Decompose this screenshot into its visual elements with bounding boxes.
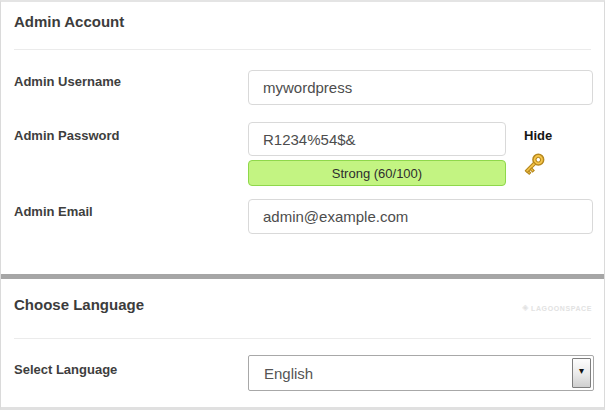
admin-password-label: Admin Password xyxy=(14,128,119,143)
section-title-choose-language: Choose Language xyxy=(14,296,144,313)
section-title-admin-account: Admin Account xyxy=(14,13,124,30)
password-strength-meter: Strong (60/100) xyxy=(248,160,506,186)
watermark-text: LAGOONSPACE xyxy=(531,305,592,312)
language-select[interactable]: English ▾ xyxy=(248,355,594,391)
language-select-arrow-button[interactable]: ▾ xyxy=(572,358,591,388)
chevron-down-icon: ▾ xyxy=(579,366,584,376)
key-icon[interactable] xyxy=(518,150,548,180)
watermark-logo-icon: ◈ xyxy=(522,304,529,312)
section-rule xyxy=(14,338,591,339)
admin-username-input[interactable] xyxy=(248,70,593,105)
installer-panel: Admin Account Admin Username Admin Passw… xyxy=(0,0,605,410)
password-visibility-toggle[interactable]: Hide xyxy=(524,128,552,143)
watermark: ◈ LAGOONSPACE xyxy=(522,304,592,312)
admin-username-label: Admin Username xyxy=(14,74,121,89)
password-strength-text: Strong (60/100) xyxy=(332,166,422,181)
admin-email-input[interactable] xyxy=(248,199,593,234)
language-select-value: English xyxy=(264,356,313,390)
admin-email-label: Admin Email xyxy=(14,204,93,219)
section-rule xyxy=(14,49,591,50)
select-language-label: Select Language xyxy=(14,362,117,377)
admin-password-input[interactable] xyxy=(248,122,506,156)
section-divider xyxy=(1,274,604,279)
